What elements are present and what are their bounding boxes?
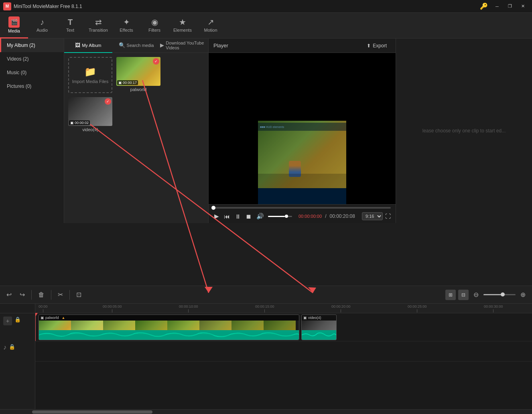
tl-left-controls: + 🔒 ♪ 🔒 xyxy=(0,304,35,409)
volume-slider[interactable] xyxy=(268,216,292,217)
tl-audio-track-row xyxy=(35,341,532,361)
toolbar-separator-1 xyxy=(31,290,32,300)
tl-tracks: ▣ palworld ▲ xyxy=(35,313,532,409)
timeline-scrollbar xyxy=(0,409,532,414)
main-layout: My Album (2) Videos (2) Music (0) Pictur… xyxy=(0,39,532,223)
tl-right: 00:00 00:00:05:00 00:00:10:00 00:00:15:0… xyxy=(35,304,532,409)
search-tab-icon: 🔍 xyxy=(119,42,125,48)
media-item-video4[interactable]: ▣ 00:00:02 ✓ video(4) xyxy=(68,97,112,132)
import-media-button[interactable]: 📁 Import Media Files xyxy=(68,57,112,93)
time-total: 00:00:20:08 xyxy=(329,213,355,219)
motion-icon: ↗ xyxy=(207,17,214,27)
toolbar-motion[interactable]: ↗ Motion xyxy=(197,13,225,39)
ruler-tick-3: 00:00:15:00 xyxy=(255,304,274,313)
audio-wave-v4-svg xyxy=(302,330,336,340)
tl-clip-video4-header: ▣ video(4) xyxy=(302,315,336,321)
add-audio-icon[interactable]: ♪ xyxy=(3,344,6,351)
time-current: 00:00:00:00 xyxy=(298,214,322,219)
sidebar-item-pictures[interactable]: Pictures (0) xyxy=(0,79,64,93)
export-button[interactable]: ⬆ Export xyxy=(363,41,391,50)
key-icon[interactable]: 🔑 xyxy=(480,2,488,10)
media-tab-youtube[interactable]: ▶ Download YouTube Videos xyxy=(160,39,208,53)
controls-row: ▶ ⏮ ⏸ ⏹ 🔊 00:00:00:00 / 00:00:20:08 9:16 xyxy=(213,212,391,221)
video4-duration: ▣ 00:00:02 xyxy=(69,120,90,125)
aspect-ratio-select[interactable]: 9:16 16:9 1:1 4:3 xyxy=(362,212,383,220)
timeline-scroll-thumb[interactable] xyxy=(32,410,152,414)
close-button[interactable]: ✕ xyxy=(517,2,529,10)
toolbar-elements[interactable]: ★ Elements xyxy=(169,13,197,39)
stop-button[interactable]: ⏹ xyxy=(245,212,252,221)
audio-wave-svg xyxy=(39,330,299,340)
zoom-out-button[interactable]: ⊖ xyxy=(471,289,481,300)
player-controls: ▶ ⏮ ⏸ ⏹ 🔊 00:00:00:00 / 00:00:20:08 9:16 xyxy=(209,204,396,223)
crop-button[interactable]: ⊡ xyxy=(74,289,84,300)
tl-audio-waveform-v4 xyxy=(302,330,336,340)
tl-audio-waveform xyxy=(39,330,299,340)
undo-button[interactable]: ↩ xyxy=(4,289,14,300)
toolbar-audio[interactable]: ♪ Audio xyxy=(28,13,56,39)
sidebar-item-myalbum[interactable]: My Album (2) xyxy=(0,39,64,52)
timeline-content: + 🔒 ♪ 🔒 00:00 00:00:05:00 xyxy=(0,304,532,409)
snap-button[interactable]: ⊞ xyxy=(445,290,456,300)
volume-level xyxy=(268,216,285,217)
filters-icon: ◉ xyxy=(151,17,158,27)
skip-start-button[interactable]: ⏮ xyxy=(223,212,231,221)
restore-button[interactable]: ❐ xyxy=(504,2,516,10)
toolbar-effects[interactable]: ✦ Effects xyxy=(112,13,140,39)
play-button[interactable]: ▶ xyxy=(213,212,220,221)
zoom-in-button[interactable]: ⊕ xyxy=(518,289,528,300)
cut-button[interactable]: ✂ xyxy=(55,289,65,300)
sidebar-item-videos[interactable]: Videos (2) xyxy=(0,52,64,66)
transition-icon: ⇄ xyxy=(95,17,102,27)
minimize-button[interactable]: ─ xyxy=(491,2,503,10)
tl-video-track-ctrl: + 🔒 xyxy=(0,313,35,341)
tl-playhead[interactable] xyxy=(35,313,36,341)
player-video: ■■■ HUD elements xyxy=(209,53,396,204)
zoom-slider[interactable] xyxy=(483,294,516,295)
tl-clip-video4[interactable]: ▣ video(4) xyxy=(301,315,337,340)
video-frame: ■■■ HUD elements xyxy=(258,53,346,204)
media-tab-myalbum[interactable]: 🖼 My Album xyxy=(64,39,112,53)
effects-icon: ✦ xyxy=(123,17,130,27)
palworld-check: ✓ xyxy=(153,58,159,65)
add-video-track-btn[interactable]: + xyxy=(3,317,12,325)
ruler-tick-6: 00:00:30:00 xyxy=(484,304,503,313)
export-icon: ⬆ xyxy=(367,43,371,49)
media-tab-search[interactable]: 🔍 Search media xyxy=(112,39,160,53)
split-button[interactable]: ⊟ xyxy=(458,290,469,300)
toolbar-transition[interactable]: ⇄ Transition xyxy=(84,13,112,39)
sidebar-item-music[interactable]: Music (0) xyxy=(0,66,64,79)
ruler-spacer xyxy=(0,304,35,313)
media-tabs: 🖼 My Album 🔍 Search media ▶ Download You… xyxy=(64,39,208,53)
left-sidebar: My Album (2) Videos (2) Music (0) Pictur… xyxy=(0,39,64,223)
elements-icon: ★ xyxy=(179,17,186,27)
toolbar-media[interactable]: 🎬 Media xyxy=(0,13,28,39)
zoom-controls: ⊞ ⊟ ⊖ ⊕ xyxy=(445,289,528,300)
ruler-tick-1: 00:00:05:00 xyxy=(103,304,122,313)
tl-clip-palworld[interactable]: ▣ palworld ▲ xyxy=(39,315,299,340)
toolbar-text[interactable]: T Text xyxy=(56,13,84,39)
lock-video-track-btn[interactable]: 🔒 xyxy=(14,317,21,323)
palworld-label: palworld xyxy=(116,87,160,92)
volume-button[interactable]: 🔊 xyxy=(256,212,265,221)
app-title: MiniTool MovieMaker Free 8.1.1 xyxy=(14,4,480,9)
palworld-duration: ▣ 00:00:17 xyxy=(117,80,138,85)
titlebar: M MiniTool MovieMaker Free 8.1.1 🔑 ─ ❐ ✕ xyxy=(0,0,532,13)
toolbar-filters[interactable]: ◉ Filters xyxy=(140,13,169,39)
step-frame-button[interactable]: ⏸ xyxy=(234,212,242,221)
ruler-tick-2: 00:00:10:00 xyxy=(179,304,198,313)
playback-controls: ▶ ⏮ ⏸ ⏹ 🔊 00:00:00:00 / 00:00:20:08 xyxy=(213,212,355,221)
tl-playhead-head xyxy=(35,313,38,316)
lock-audio-btn[interactable]: 🔒 xyxy=(9,344,15,350)
playback-right-controls: 9:16 16:9 1:1 4:3 ⛶ xyxy=(362,212,391,220)
folder-icon: 📁 xyxy=(84,66,96,77)
video-bottom-frame xyxy=(258,188,346,204)
delete-button[interactable]: 🗑 xyxy=(36,290,47,300)
timeline-toolbar: ↩ ↪ 🗑 ✂ ⊡ ⊞ ⊟ ⊖ ⊕ xyxy=(0,286,532,304)
media-item-palworld[interactable]: ▣ 00:00:17 ✓ palworld xyxy=(116,57,160,93)
audio-icon: ♪ xyxy=(40,18,44,27)
fullscreen-button[interactable]: ⛶ xyxy=(385,213,391,219)
volume-dot xyxy=(285,215,288,218)
redo-button[interactable]: ↪ xyxy=(17,289,27,300)
progress-bar[interactable] xyxy=(213,207,391,209)
